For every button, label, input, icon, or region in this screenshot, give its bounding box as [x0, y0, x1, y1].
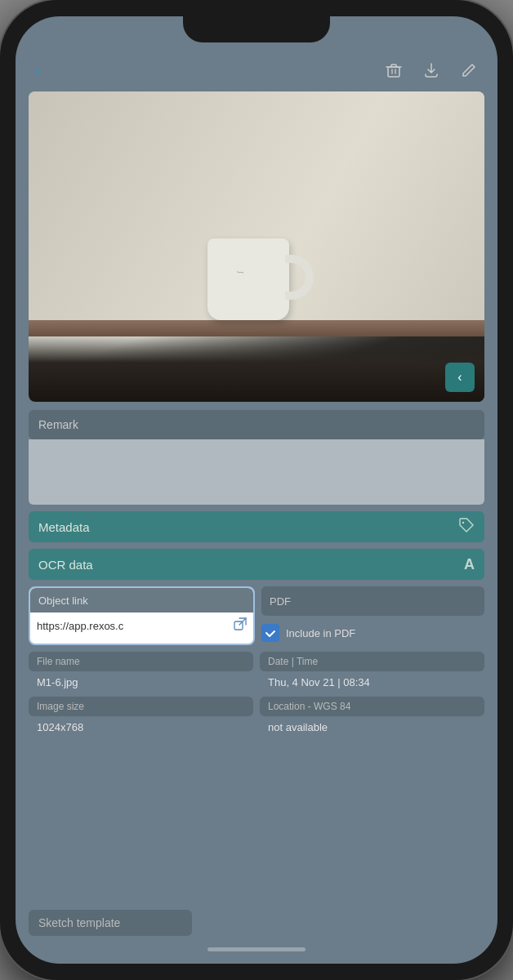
- phone-screen: ‹: [16, 16, 497, 964]
- sketch-label[interactable]: Sketch template: [29, 910, 192, 936]
- top-bar-right: [385, 61, 478, 79]
- object-link-label: Object link: [38, 595, 88, 607]
- datetime-value: Thu, 4 Nov 21 | 08:34: [260, 675, 484, 690]
- ocr-section[interactable]: OCR data A: [29, 549, 484, 580]
- mug-handle: [285, 255, 314, 300]
- ocr-icon: A: [464, 556, 475, 573]
- download-button[interactable]: [422, 61, 440, 79]
- edit-button[interactable]: [460, 61, 478, 79]
- metadata-label: Metadata: [38, 520, 90, 534]
- include-pdf-checkbox[interactable]: [261, 624, 279, 642]
- back-button[interactable]: ‹: [35, 60, 41, 81]
- location-label: Location - WGS 84: [260, 697, 484, 716]
- object-link-field[interactable]: Object link https://app.rexos.c: [29, 586, 255, 645]
- pdf-section: PDF Include in PDF: [261, 586, 484, 645]
- metadata-section[interactable]: Metadata: [29, 511, 484, 542]
- image-info-row: Image size 1024x768 Location - WGS 84 no…: [29, 697, 484, 735]
- screen-content: ‹: [16, 16, 497, 964]
- tag-icon: [458, 517, 475, 537]
- file-info-row: File name M1-6.jpg Date | Time Thu, 4 No…: [29, 652, 484, 690]
- mug-body: ∫: [207, 238, 289, 320]
- object-link-header: Object link: [30, 588, 253, 612]
- datetime-col: Date | Time Thu, 4 Nov 21 | 08:34: [260, 652, 484, 690]
- object-link-input-row: https://app.rexos.c: [30, 612, 253, 639]
- delete-button[interactable]: [385, 61, 403, 79]
- object-link-url: https://app.rexos.c: [37, 620, 229, 632]
- home-bar: [16, 941, 497, 964]
- location-col: Location - WGS 84 not available: [260, 697, 484, 735]
- home-indicator: [207, 947, 306, 951]
- imagesize-label: Image size: [29, 697, 253, 716]
- ocr-label: OCR data: [38, 558, 93, 572]
- phone-frame: ‹: [0, 0, 513, 980]
- pdf-label: PDF: [261, 586, 484, 616]
- top-bar: ‹: [16, 49, 497, 91]
- pdf-label-text: PDF: [270, 595, 291, 608]
- svg-point-1: [462, 521, 464, 523]
- svg-rect-0: [388, 67, 399, 77]
- filename-value: M1-6.jpg: [29, 675, 253, 690]
- remark-section: Remark: [29, 410, 484, 505]
- phone-notch: [183, 16, 330, 42]
- datetime-label: Date | Time: [260, 652, 484, 671]
- remark-textarea[interactable]: [29, 439, 484, 505]
- filename-label: File name: [29, 652, 253, 671]
- mug-image: ∫: [199, 238, 314, 336]
- top-bar-left: ‹: [35, 60, 41, 81]
- location-value: not available: [260, 719, 484, 735]
- filename-col: File name M1-6.jpg: [29, 652, 253, 690]
- include-pdf-label: Include in PDF: [286, 627, 355, 639]
- photo-dark-strip: [29, 336, 484, 402]
- mug-logo: ∫: [237, 271, 244, 273]
- remark-header: Remark: [29, 410, 484, 439]
- include-pdf-row[interactable]: Include in PDF: [261, 621, 484, 645]
- imagesize-value: 1024x768: [29, 719, 253, 735]
- imagesize-col: Image size 1024x768: [29, 697, 253, 735]
- content-area: Remark Metadata OCR data: [16, 410, 497, 941]
- object-link-section: Object link https://app.rexos.c: [29, 586, 484, 645]
- photo-nav-button[interactable]: ‹: [445, 363, 475, 392]
- remark-label: Remark: [38, 418, 78, 431]
- external-link-icon[interactable]: [234, 617, 247, 634]
- photo-area: ∫ ‹: [29, 91, 484, 402]
- sketch-section: Sketch template: [29, 910, 484, 941]
